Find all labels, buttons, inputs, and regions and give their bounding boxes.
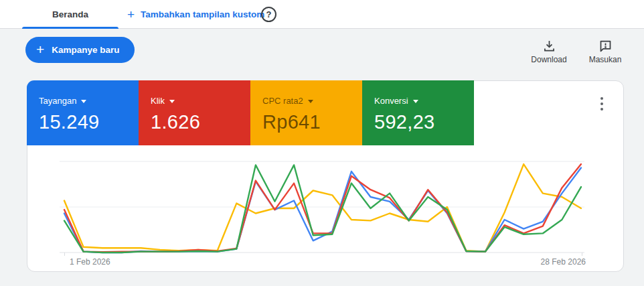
metric-tile-clicks[interactable]: Klik 1.626	[139, 80, 250, 145]
chevron-down-icon	[308, 100, 313, 103]
metric-label-row: Klik	[151, 96, 250, 106]
toolbar: + Kampanye baru Download Masuk	[0, 29, 644, 79]
overview-card: Tayangan 15.249 Klik 1.626 CPC rata2 Rp6…	[27, 80, 624, 272]
metric-tile-impressions[interactable]: Tayangan 15.249	[27, 80, 139, 145]
add-custom-view-button[interactable]: + Tambahkan tampilan kustom	[127, 0, 264, 29]
metric-label: Tayangan	[39, 96, 76, 106]
help-glyph: ?	[266, 9, 272, 19]
feedback-label: Masukan	[589, 55, 622, 64]
metric-tile-avg-cpc[interactable]: CPC rata2 Rp641	[250, 80, 362, 145]
download-label: Download	[531, 55, 566, 64]
chevron-down-icon	[169, 100, 175, 103]
add-custom-view-label: Tambahkan tampilan kustom	[141, 9, 264, 19]
line-series-klik	[64, 164, 581, 252]
performance-line-chart: 1 Feb 2026 28 Feb 2026	[27, 159, 625, 273]
kebab-dot	[600, 97, 603, 100]
metric-value: 1.626	[151, 111, 250, 133]
line-series-konversi	[64, 165, 581, 253]
metric-label: CPC rata2	[262, 96, 303, 106]
metric-tile-conversions[interactable]: Konversi 592,23	[362, 80, 474, 145]
metric-label-row: Tayangan	[39, 96, 139, 106]
metric-label: Konversi	[374, 96, 408, 106]
metric-value: Rp641	[262, 111, 362, 133]
metric-value: 15.249	[39, 111, 139, 133]
tab-home-label: Beranda	[52, 9, 88, 19]
chart-series-group	[64, 164, 581, 253]
metric-label: Klik	[151, 96, 165, 106]
feedback-button[interactable]: Masukan	[585, 39, 625, 64]
x-axis-label-end: 28 Feb 2026	[541, 257, 586, 267]
x-axis-label-start: 1 Feb 2026	[70, 257, 110, 267]
feedback-bubble-icon	[598, 39, 613, 53]
new-campaign-label: Kampanye baru	[52, 45, 119, 55]
metric-label-row: Konversi	[374, 96, 474, 106]
metric-tiles: Tayangan 15.249 Klik 1.626 CPC rata2 Rp6…	[27, 80, 474, 145]
chevron-down-icon	[413, 100, 418, 103]
download-icon	[542, 39, 556, 53]
plus-icon: +	[127, 8, 135, 21]
metric-label-row: CPC rata2	[262, 96, 362, 106]
ads-overview-page: Beranda + Tambahkan tampilan kustom ? + …	[0, 0, 644, 79]
more-options-button[interactable]	[597, 96, 607, 111]
kebab-dot	[600, 102, 603, 105]
kebab-dot	[600, 108, 603, 111]
line-series-cpc-rata2	[64, 164, 581, 252]
new-campaign-button[interactable]: + Kampanye baru	[25, 37, 135, 63]
download-button[interactable]: Download	[529, 39, 569, 64]
tab-home[interactable]: Beranda	[22, 0, 118, 29]
line-series-tayangan	[64, 168, 581, 253]
help-icon[interactable]: ?	[261, 7, 276, 22]
tab-bar: Beranda + Tambahkan tampilan kustom ?	[0, 0, 644, 29]
chevron-down-icon	[81, 100, 86, 103]
plus-icon: +	[36, 42, 44, 56]
metric-value: 592,23	[374, 111, 474, 133]
